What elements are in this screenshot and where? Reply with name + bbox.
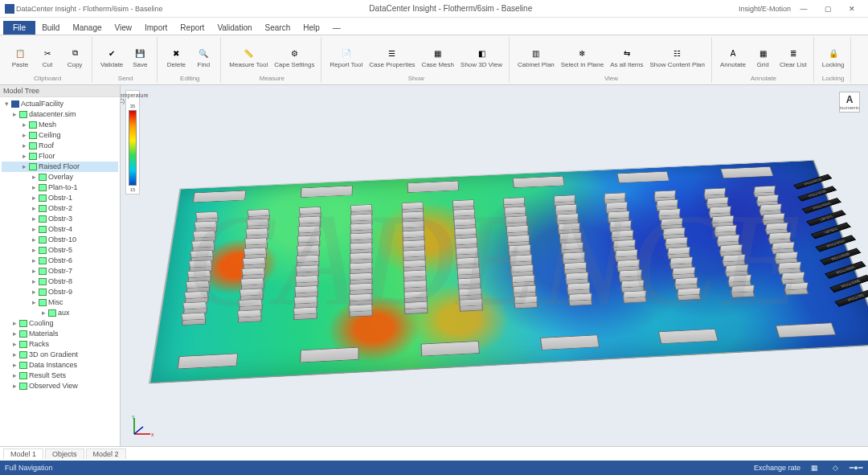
rack-label: G12	[244, 279, 253, 283]
rack-label: D12	[189, 281, 199, 285]
rack-label: AB12	[513, 266, 525, 270]
viewport-3d[interactable]: Temperature (C) 35 15 CRAH 1CRAH 3CRAH 5…	[121, 85, 868, 446]
tree-node[interactable]: ▸Obstr-9	[2, 287, 118, 297]
tree-node[interactable]: ▸Ceiling	[2, 130, 118, 141]
rack-label: AB11	[512, 256, 524, 260]
model-tree-body[interactable]: ▾ActualFacility▸datacenter.sim▸Mesh▸Ceil…	[0, 97, 120, 446]
window-close-button[interactable]: ✕	[841, 2, 863, 16]
tree-node[interactable]: ▸Obstr-5	[2, 245, 118, 256]
ribbon-showcontent-button[interactable]: ☷Show Content Plan	[649, 43, 707, 70]
tree-node[interactable]: ▸Materials	[2, 329, 118, 339]
rack-label: AJ14	[623, 281, 635, 285]
rack-label: AR12	[724, 256, 737, 260]
ribbon-label: Cut	[43, 62, 52, 68]
ribbon-paste-button[interactable]: 📋Paste	[8, 43, 32, 70]
rack-label: T14	[407, 292, 416, 296]
ribbon-label: Cape Settings	[274, 62, 314, 68]
ribbon-measure-button[interactable]: 📏Measure Tool	[227, 43, 269, 70]
tree-node[interactable]: ▸Data Instances	[2, 360, 118, 371]
tree-node[interactable]: ▸Roof	[2, 141, 118, 151]
rack-label: L15	[296, 308, 305, 312]
ribbon-locking-button[interactable]: 🔒Locking	[821, 43, 846, 70]
menu-tab-search[interactable]: Search	[259, 21, 297, 35]
menu-tab-import[interactable]: Import	[138, 21, 174, 35]
tree-root[interactable]: ▾ActualFacility	[2, 99, 118, 109]
menu-tab-manage[interactable]: Manage	[66, 21, 108, 35]
view-axis-button[interactable]: A isometric	[839, 92, 860, 113]
tree-node[interactable]: ▸Plan-to-1	[2, 182, 118, 193]
menu-tab-validation[interactable]: Validation	[211, 21, 258, 35]
status-zoom-slider[interactable]: ━●━	[849, 462, 863, 473]
capesettings-icon: ⚙	[286, 45, 302, 61]
window-maximize-button[interactable]: ▢	[817, 2, 839, 16]
ribbon-delete-button[interactable]: ✖Delete	[164, 43, 188, 70]
rack-label: AJ13	[620, 271, 633, 275]
clearlist-icon: ≣	[785, 45, 801, 61]
ribbon-view3d-button[interactable]: ◧Show 3D View	[459, 43, 504, 70]
tree-node[interactable]: ▸Raised Floor	[2, 162, 118, 172]
ribbon-cabinet-button[interactable]: ▥Cabinet Plan	[516, 43, 556, 70]
rack-label: D13	[187, 292, 197, 296]
tree-node[interactable]: ▸datacenter.sim	[2, 109, 118, 120]
ribbon-validate-button[interactable]: ✔Validate	[99, 43, 125, 70]
file-tab[interactable]: File	[3, 21, 35, 35]
status-view-normal-icon[interactable]: ▦	[807, 462, 821, 473]
rack-label: O10	[352, 253, 362, 257]
rack-label: G13	[243, 289, 252, 293]
menu-tab-help[interactable]: Help	[297, 21, 326, 35]
validate-icon: ✔	[104, 45, 120, 61]
status-right-text: Exchange rate	[754, 464, 800, 472]
ribbon-find-button[interactable]: 🔍Find	[191, 43, 215, 70]
ribbon-group-locking: 🔒LockingLocking	[816, 37, 852, 83]
bottom-tab[interactable]: Objects	[45, 448, 84, 459]
ribbon-label: Grid	[756, 62, 768, 68]
ribbon-selplane-button[interactable]: ❄Select in Plane	[559, 43, 605, 70]
rack-label: L11	[298, 266, 307, 270]
tree-node[interactable]: ▸Observed View	[2, 381, 118, 391]
tree-node[interactable]: ▸Obstr-10	[2, 235, 118, 245]
tree-node[interactable]: ▸Obstr-6	[2, 256, 118, 266]
tree-node[interactable]: ▸Misc	[2, 297, 118, 308]
tree-node[interactable]: ▸Overlay	[2, 172, 118, 182]
tree-node[interactable]: ▸Result Sets	[2, 371, 118, 381]
tree-node[interactable]: ▸Floor	[2, 151, 118, 162]
tree-node[interactable]: ▸Cooling	[2, 318, 118, 329]
tree-node[interactable]: ▸Obstr-8	[2, 276, 118, 287]
tree-node[interactable]: ▸Obstr-3	[2, 214, 118, 224]
rack-label: AR13	[727, 265, 739, 269]
bottom-tab[interactable]: Model 1	[3, 448, 43, 459]
ribbon-casemesh-button[interactable]: ▦Case Mesh	[420, 43, 456, 70]
caseprops-icon: ☰	[384, 45, 400, 61]
ribbon-cut-button[interactable]: ✂Cut	[35, 43, 59, 70]
menu-tab-view[interactable]: View	[108, 21, 139, 35]
ribbon-grid-button[interactable]: ▦Grid	[751, 43, 775, 70]
rack-label: D14	[186, 303, 195, 307]
tree-node[interactable]: ▸Mesh	[2, 120, 118, 130]
tree-node[interactable]: ▸aux	[2, 308, 118, 318]
rack-label: AM13	[674, 268, 686, 272]
tree-node[interactable]: ▸Obstr-7	[2, 266, 118, 276]
window-minimize-button[interactable]: —	[792, 2, 815, 16]
rack-label: AM15	[679, 289, 693, 293]
ribbon-report-button[interactable]: 📄Report Tool	[328, 43, 364, 70]
ribbon-asall-button[interactable]: ⇆As all Items	[608, 43, 645, 70]
ribbon-save-button[interactable]: 💾Save	[128, 43, 152, 70]
tree-node[interactable]: ▸3D on Gradient	[2, 350, 118, 360]
bottom-tab[interactable]: Model 2	[86, 448, 126, 459]
ribbon-caseprops-button[interactable]: ☰Case Properties	[367, 43, 416, 70]
grid-icon: ▦	[755, 45, 771, 61]
ribbon-clearlist-button[interactable]: ≣Clear List	[778, 43, 809, 70]
menu-tab-report[interactable]: Report	[174, 21, 211, 35]
tree-node[interactable]: ▸Obstr-1	[2, 193, 118, 203]
tree-node[interactable]: ▸Racks	[2, 339, 118, 350]
menu-tab-—[interactable]: —	[326, 21, 347, 35]
tree-node[interactable]: ▸Obstr-4	[2, 224, 118, 235]
tree-node[interactable]: ▸Obstr-2	[2, 203, 118, 214]
ribbon-annotate-button[interactable]: AAnnotate	[719, 43, 747, 70]
menu-tab-build[interactable]: Build	[35, 21, 66, 35]
ribbon-capesettings-button[interactable]: ⚙Cape Settings	[272, 43, 316, 70]
ribbon-copy-button[interactable]: ⧉Copy	[63, 43, 87, 70]
rack-label: G15	[240, 311, 251, 315]
ribbon-toolbar: 📋Paste✂Cut⧉CopyClipboard✔Validate💾SaveSe…	[0, 35, 868, 85]
status-view-3d-icon[interactable]: ◇	[828, 462, 842, 473]
